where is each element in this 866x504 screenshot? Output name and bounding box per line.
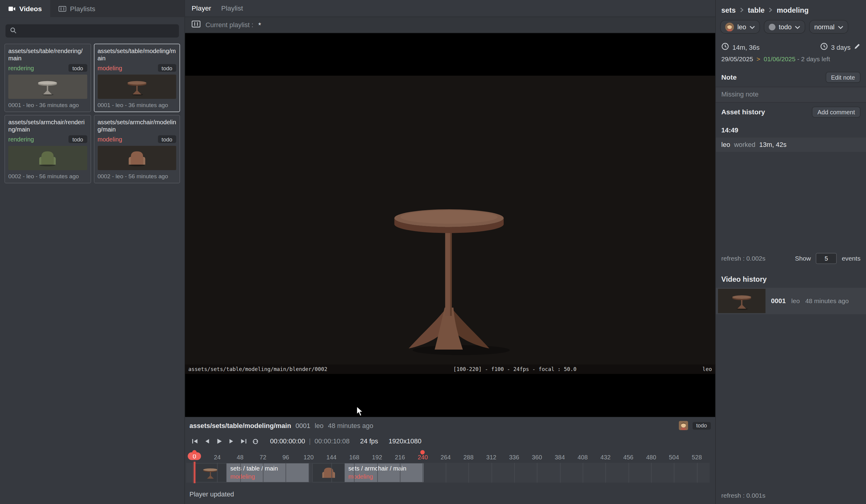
chevron-down-icon <box>750 23 755 31</box>
clip-thumbnail-armchair <box>312 463 344 482</box>
timeline-ruler[interactable]: 0244872961201441681922162402642883123363… <box>186 452 710 463</box>
assignee-select[interactable]: leo <box>720 20 760 34</box>
video-card-table-rendering[interactable]: assets/sets/table/rendering/main renderi… <box>4 44 91 112</box>
video-card-armchair-rendering[interactable]: assets/sets/armchair/rendering/main rend… <box>4 115 91 183</box>
timeline-clip-table[interactable]: sets / table / main modeling <box>195 463 309 482</box>
edit-note-button[interactable]: Edit note <box>825 72 861 83</box>
timeline-clips-strip[interactable]: sets / table / main modeling sets / armc… <box>186 463 710 483</box>
history-timestamp: 14:49 <box>716 122 866 137</box>
bottom-refresh-time: refresh : 0.001s <box>716 488 866 504</box>
timeline-gridline <box>445 463 446 483</box>
chevron-right-icon <box>768 6 773 14</box>
history-entry: leo worked 13m, 42s <box>716 137 866 152</box>
clock-icon <box>820 43 828 52</box>
status-value: todo <box>779 23 792 31</box>
card-path: assets/sets/armchair/modeling/main <box>98 119 176 134</box>
sidebar-tabs: Videos Playlists <box>0 0 185 17</box>
video-history-entry[interactable]: 0001 leo 48 minutes ago <box>716 288 866 314</box>
fps-value: 24 fps <box>360 437 378 445</box>
timecode-separator: | <box>309 437 311 445</box>
current-playlist-value[interactable]: * <box>258 21 261 29</box>
video-user: leo <box>314 422 323 429</box>
status-badge: todo <box>158 135 176 143</box>
table-render <box>185 76 715 374</box>
timeline-tick-72: 72 <box>259 454 266 461</box>
add-comment-button[interactable]: Add comment <box>812 107 861 117</box>
skip-end-button[interactable] <box>239 437 247 445</box>
thumbnail-armchair-rendering <box>8 146 87 170</box>
assignee-avatar <box>725 22 734 31</box>
current-playlist-bar: Current playlist : * <box>185 16 715 33</box>
timeline-tick-264: 264 <box>441 454 451 461</box>
timeline-tick-504: 504 <box>669 454 679 461</box>
video-history-revision: 0001 <box>771 297 786 305</box>
player-area: Player Playlist Current playlist : * <box>185 0 715 504</box>
video-time-ago: 48 minutes ago <box>328 422 373 429</box>
range-marker-240[interactable] <box>421 450 425 455</box>
breadcrumb-table[interactable]: table <box>748 6 765 14</box>
search-input[interactable] <box>20 27 175 35</box>
timeline-tick-96: 96 <box>282 454 289 461</box>
thumbnail-armchair-modeling <box>98 146 176 170</box>
playlist-video-icon[interactable] <box>191 20 200 30</box>
status-badge: todo <box>158 64 176 72</box>
timeline-gridline <box>560 463 560 483</box>
video-card-armchair-modeling[interactable]: assets/sets/armchair/modeling/main model… <box>93 115 180 183</box>
tab-player[interactable]: Player <box>191 4 211 12</box>
timeline-tick-480: 480 <box>646 454 656 461</box>
tab-playlist[interactable]: Playlist <box>221 4 243 12</box>
timeline-gridline <box>332 463 332 483</box>
time-spent: 14m, 36s <box>732 43 759 51</box>
timeline-gridline <box>514 463 514 483</box>
skip-start-button[interactable] <box>191 437 199 445</box>
show-count-input[interactable] <box>816 253 837 264</box>
timeline-tick-528: 528 <box>692 454 702 461</box>
timeline-gridline <box>263 463 264 483</box>
loop-button[interactable] <box>251 437 259 445</box>
note-section-header: Note Edit note <box>716 68 866 87</box>
chevron-down-icon <box>838 23 843 31</box>
status-select[interactable]: todo <box>764 20 806 34</box>
video-viewport[interactable]: assets/sets/table/modeling/main/blender/… <box>185 33 715 417</box>
timeline-gridline <box>583 463 584 483</box>
timeline-gridline <box>491 463 492 483</box>
card-task-label: rendering <box>8 65 34 71</box>
tab-videos[interactable]: Videos <box>0 0 50 17</box>
breadcrumb-modeling[interactable]: modeling <box>777 6 809 14</box>
video-card-table-modeling[interactable]: assets/sets/table/modeling/main modeling… <box>93 44 180 112</box>
card-path: assets/sets/table/rendering/main <box>8 47 87 62</box>
timeline-gridline <box>651 463 652 483</box>
previous-frame-button[interactable] <box>203 437 211 445</box>
next-frame-button[interactable] <box>227 437 235 445</box>
status-badge: todo <box>68 135 87 143</box>
tab-playlists[interactable]: Playlists <box>50 0 103 17</box>
timeline-gridline <box>423 463 423 483</box>
video-history-header: Video history <box>716 270 866 288</box>
timeline-tick-288: 288 <box>463 454 474 461</box>
events-label: events <box>842 255 861 262</box>
timeline-tick-168: 168 <box>349 454 359 461</box>
priority-select[interactable]: normal <box>809 20 848 34</box>
play-button[interactable] <box>215 437 223 445</box>
timeline-gridline <box>468 463 469 483</box>
breadcrumb-sets[interactable]: sets <box>721 6 736 14</box>
range-marker-0[interactable] <box>192 450 197 455</box>
playhead[interactable] <box>193 462 196 483</box>
edit-pencil-icon[interactable] <box>854 43 861 51</box>
timeline-clip-armchair[interactable]: sets / armchair / main modeling <box>312 463 424 482</box>
timeline-gridline <box>537 463 537 483</box>
search-box[interactable] <box>5 24 179 38</box>
timeline-tick-384: 384 <box>555 454 565 461</box>
video-history-thumbnail <box>718 289 765 313</box>
overlay-user: leo <box>702 366 712 372</box>
videos-icon <box>8 5 15 12</box>
timeline: 0244872961201441681922162402642883123363… <box>186 452 710 483</box>
timeline-gridline <box>377 463 378 483</box>
thumbnail-table-modeling <box>98 75 176 99</box>
burn-in-overlay: assets/sets/table/modeling/main/blender/… <box>185 365 715 374</box>
resolution-value: 1920x1080 <box>389 437 421 445</box>
note-placeholder: Missing note <box>716 87 866 102</box>
video-card-grid: assets/sets/table/rendering/main renderi… <box>0 43 185 188</box>
clip-title: sets / table / main <box>231 464 278 473</box>
task-selectors: leo todo normal <box>716 18 866 39</box>
